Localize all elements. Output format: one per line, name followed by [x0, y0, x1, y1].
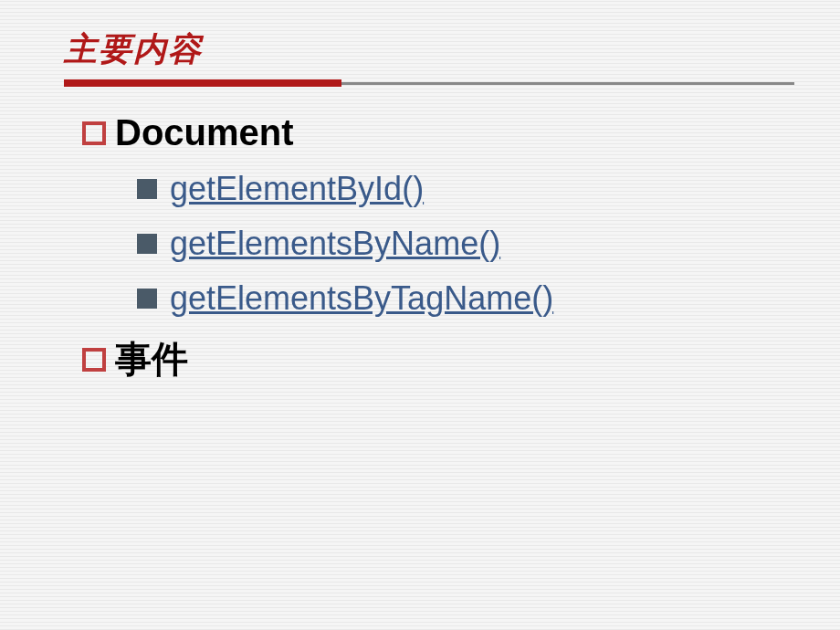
list-item-getelementsbyname: getElementsByName(): [137, 225, 794, 263]
list-item-getelementsbytagname: getElementsByTagName(): [137, 279, 794, 318]
sublist-container: getElementById() getElementsByName() get…: [82, 170, 794, 318]
content-area: Document getElementById() getElementsByN…: [64, 112, 794, 384]
bullet-outline-icon: [82, 121, 106, 145]
list-item-document: Document: [82, 112, 794, 153]
divider-red-segment: [64, 79, 341, 87]
list-item-getelementbyid: getElementById(): [137, 170, 794, 208]
list-item-events: 事件: [82, 334, 794, 384]
bullet-filled-icon: [137, 289, 157, 309]
slide-title: 主要内容: [64, 27, 794, 72]
title-divider: [64, 79, 794, 87]
item-label: 事件: [115, 334, 188, 384]
link-getelementsbytagname[interactable]: getElementsByTagName(): [170, 279, 553, 318]
link-getelementsbyname[interactable]: getElementsByName(): [170, 225, 500, 263]
divider-gray-segment: [341, 82, 794, 85]
bullet-outline-icon: [82, 348, 106, 372]
item-label: Document: [115, 112, 294, 153]
bullet-filled-icon: [137, 234, 157, 254]
bullet-filled-icon: [137, 179, 157, 199]
slide-container: 主要内容 Document getElementById() getElemen…: [0, 0, 840, 384]
link-getelementbyid[interactable]: getElementById(): [170, 170, 424, 208]
